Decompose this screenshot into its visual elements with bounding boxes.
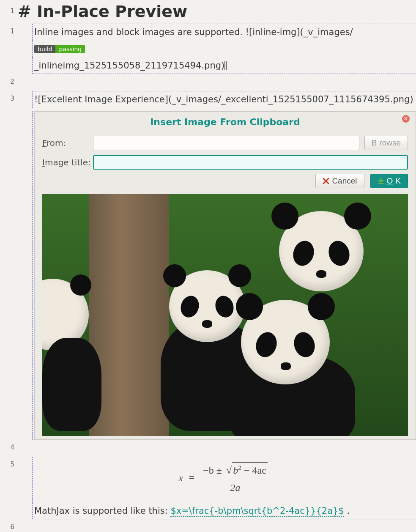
inline-badge-row: buildpassing <box>32 41 416 58</box>
line-number: 4 <box>0 440 17 452</box>
dialog-buttons: Cancel OK <box>35 172 416 192</box>
mathjax-suffix[interactable]: . <box>344 506 350 516</box>
line-number: 6 <box>0 519 17 532</box>
mathjax-source[interactable]: $x=\frac{-b\pm\sqrt{b^2-4ac}}{2a}$ <box>170 506 344 517</box>
cancel-icon <box>323 178 329 184</box>
cancel-button[interactable]: Cancel <box>315 174 364 188</box>
editor-line: 3 ![Excellent Image Experience](_v_image… <box>0 91 416 440</box>
image-title-row: Image title: <box>35 153 416 172</box>
insert-image-dialog: Insert Image From Clipboard ✕ From: Brow… <box>34 111 416 440</box>
badge-left: build <box>34 45 55 54</box>
mathjax-prefix[interactable]: MathJax is supported like this: <box>34 506 170 516</box>
paragraph-text[interactable]: Inline images and block images are suppo… <box>34 27 246 37</box>
paragraph-segment[interactable]: _inlineimg_1525155058_2119715494.png) <box>32 58 416 74</box>
editor-line: 1 Inline images and block images are sup… <box>0 24 416 74</box>
build-status-badge: buildpassing <box>34 45 85 54</box>
ok-button[interactable]: OK <box>370 174 408 188</box>
inline-image-markdown[interactable]: ![inline-img](_v_images/ <box>246 27 353 37</box>
paragraph-segment[interactable]: Inline images and block images are suppo… <box>32 24 416 41</box>
panda-shape <box>169 270 245 342</box>
close-icon[interactable]: ✕ <box>402 115 410 123</box>
image-title-input[interactable] <box>93 155 408 170</box>
line-number: 1 <box>0 24 17 36</box>
blank-line[interactable] <box>17 519 416 532</box>
text-cursor <box>224 61 227 70</box>
line-number: 5 <box>0 457 17 469</box>
from-label: From: <box>42 137 93 149</box>
svg-rect-0 <box>378 183 383 184</box>
panda-shape <box>279 211 364 291</box>
editor-line: 6 <box>0 519 416 532</box>
line-number: 2 <box>0 74 17 87</box>
from-input[interactable] <box>93 136 359 150</box>
blank-line[interactable] <box>17 74 416 91</box>
clipboard-image-preview <box>42 194 408 436</box>
heading-text[interactable]: # In-Place Preview <box>17 0 416 24</box>
editor-line: 1 # In-Place Preview <box>0 0 416 24</box>
blank-line[interactable] <box>17 440 416 457</box>
rendered-equation: x = −b ± b2 − 4ac 2a <box>32 457 416 503</box>
editor-line: 2 <box>0 74 416 91</box>
browse-button[interactable]: Browse <box>364 136 408 150</box>
mathjax-source-line[interactable]: MathJax is supported like this: $x=\frac… <box>32 503 416 520</box>
badge-right: passing <box>55 45 85 54</box>
panda-shape <box>42 338 101 431</box>
inline-image-markdown[interactable]: _inlineimg_1525155058_2119715494.png) <box>34 60 224 71</box>
preview-segment: Insert Image From Clipboard ✕ From: Brow… <box>32 111 416 440</box>
block-image-markdown[interactable]: ![Excellent Image Experience](_v_images/… <box>32 91 416 108</box>
editor-line: 5 x = −b ± b2 − 4ac 2a MathJax is suppor… <box>0 457 416 520</box>
markdown-editor[interactable]: 1 # In-Place Preview 1 Inline images and… <box>0 0 416 532</box>
image-title-label: Image title: <box>42 156 93 169</box>
dialog-title: Insert Image From Clipboard <box>35 112 416 133</box>
line-number: 1 <box>0 0 17 16</box>
panda-shape <box>241 300 330 384</box>
editor-line: 4 <box>0 440 416 457</box>
line-number: 3 <box>0 91 17 104</box>
from-row: From: Browse <box>35 133 416 153</box>
equation-numerator-prefix: −b ± <box>203 465 224 476</box>
confirm-icon <box>378 178 384 184</box>
